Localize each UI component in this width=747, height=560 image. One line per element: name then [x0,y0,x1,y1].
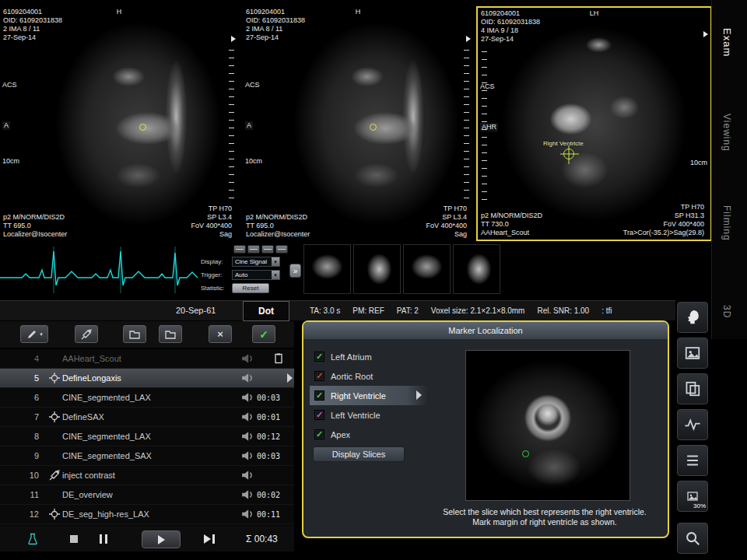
ima-counter: 4 IMA 9 / 18 [481,26,540,35]
step-time: 00:02 [257,491,294,499]
rv-margin-marker-icon [522,450,529,457]
patient-id: 6109204001 [481,9,540,18]
speaker-icon [241,430,257,443]
patient-view-button[interactable] [677,302,708,333]
protocol-row[interactable]: 11 DE_overview 00:02 [0,485,294,505]
step-time: 00:12 [257,432,294,441]
protocol-row[interactable]: 4 AAHeart_Scout [0,349,294,369]
image-gallery-button[interactable] [677,338,708,369]
viewport-sagittal-2[interactable]: 6109204001 OID: 61092031838 2 IMA 8 / 11… [243,6,473,241]
chevron-down-icon[interactable]: ▾ [272,257,279,266]
contrast-syringe-button[interactable] [75,325,98,343]
apply-button[interactable]: ✓ [252,325,275,343]
series-thumbnail[interactable] [353,244,401,294]
define-icon [48,372,62,384]
signal-type-ext-icon[interactable] [275,245,288,254]
skip-button[interactable] [204,534,215,544]
protocol-row[interactable]: 8 CINE_segmented_LAX 00:12 [0,427,294,446]
signal-display-button[interactable] [677,409,708,440]
total-time: Σ 00:43 [246,534,278,544]
stack-arrow-icon[interactable] [466,36,471,42]
stop-button[interactable] [70,535,78,543]
geometry-info: TP H70 SP L3.4 FoV 400*400 Sag [426,205,467,239]
tab-filming[interactable]: Filming [721,205,732,241]
checkbox-checked-icon[interactable]: ✓ [314,429,324,439]
tab-3d[interactable]: 3D [721,305,732,318]
series-thumbnail[interactable] [453,244,500,294]
list-view-button[interactable] [677,445,708,476]
protocol-row[interactable]: 10 inject contrast [0,466,294,485]
pause-button[interactable] [100,534,107,544]
display-slices-button[interactable]: Display Slices [313,446,405,462]
step-number: 4 [0,354,48,363]
protocol-row[interactable]: 9 CINE_segmented_SAX 00:03 [0,446,294,466]
signal-type-ecg-icon[interactable] [233,245,246,254]
clipboard-icon[interactable] [272,352,285,366]
checkbox-checked-icon[interactable]: ✓ [314,390,324,401]
series-thumbnail[interactable] [303,244,351,294]
step-time: 00:01 [257,413,294,422]
protocol-row-selected[interactable]: 5 DefineLongaxis [0,369,294,388]
display-label: Display: [201,258,229,265]
expand-physio-button[interactable]: » [289,264,301,278]
display-signal-select[interactable]: Cine Signal ▾ [232,257,280,267]
physio-controls: Display: Cine Signal ▾ Trigger: Auto ▾ S… [199,244,302,297]
protocol-row[interactable]: 7 DefineSAX 00:01 [0,408,294,427]
reset-button[interactable]: Reset [232,283,269,293]
step-time: 00:03 [257,452,294,460]
series-thumbnail[interactable] [403,244,451,294]
marker-item-left-atrium[interactable]: ✓ Left Atrium [310,347,428,366]
skip-icon [204,534,211,544]
checkbox-checked-icon[interactable]: ✓ [314,352,324,362]
overlay-line: FoV 400*400 [426,222,467,230]
patient-id: 6109204001 [246,8,305,16]
speaker-icon [241,488,257,501]
protocol-row[interactable]: 6 CINE_segmented_LAX 00:03 [0,388,294,408]
marker-item-right-ventricle[interactable]: ✓ Right Ventricle [310,386,428,405]
edit-dropdown-button[interactable]: ▾ [20,325,48,343]
statistic-label: Statistic: [201,285,229,292]
reference-sax-image[interactable] [465,350,630,501]
scale-label: 10cm [2,157,19,166]
marker-item-left-ventricle[interactable]: ✓ Left Ventricle [310,405,428,425]
patient-id: 6109204001 [3,8,62,16]
signal-type-resp-icon[interactable] [261,245,274,254]
sequence-info: p2 M/NORM/DIS2D TT 695.0 Localizer@Isoce… [246,213,310,239]
checkbox-checked-icon[interactable]: ✓ [314,410,324,420]
acquisition-info: TA: 3.0 s PM: REF PAT: 2 Voxel size: 2.1… [310,306,612,315]
viewport-sagittal-1[interactable]: 6109204001 OID: 61092031838 2 IMA 8 / 11… [0,6,238,241]
trigger-mode-select[interactable]: Auto ▾ [232,270,280,280]
voxel-size: Voxel size: 2.1×2.1×8.0mm [431,306,525,315]
viewport-four-chamber-active[interactable]: 6109204001 OID: 61092031838 4 IMA 9 / 18… [476,6,712,241]
sequence-info: p2 M/NORM/DIS2D TT 695.0 Localizer@Isoce… [3,213,67,239]
tab-exam[interactable]: Exam [721,28,733,57]
stack-arrow-icon[interactable] [231,36,236,42]
protocol-row[interactable]: 12 DE_seg_high-res_LAX 00:11 [0,505,294,524]
define-icon [48,508,62,520]
define-icon [48,411,62,423]
signal-type-pulse-icon[interactable] [247,245,260,254]
slice-marker-icon[interactable] [139,124,146,131]
marker-item-aortic-root[interactable]: ✓ Aortic Root [310,366,428,386]
slice-marker-icon[interactable] [370,124,377,131]
paste-step-button[interactable] [159,325,182,343]
checkbox-checked-icon[interactable]: ✓ [314,371,324,381]
crosshair-marker-icon[interactable] [563,149,574,159]
stack-arrow-icon[interactable] [703,31,708,37]
marker-item-apex[interactable]: ✓ Apex [310,425,428,444]
copy-step-button[interactable] [123,325,146,343]
play-button[interactable] [142,530,181,548]
queue-transport-bar: Σ 00:43 [0,527,294,551]
tab-viewing[interactable]: Viewing [721,114,732,152]
contrast-beaker-icon[interactable] [26,533,39,548]
dot-engine-button[interactable]: Dot [243,301,289,321]
list-icon [684,452,701,469]
copy-image-button[interactable] [677,373,708,404]
step-number: 8 [0,432,48,441]
magnifier-button[interactable] [677,523,708,554]
chevron-down-icon[interactable]: ▾ [272,271,279,279]
marker-item-label: Right Ventricle [331,391,386,401]
snr-value: Rel. SNR: 1.00 [537,306,589,315]
cancel-button[interactable]: × [209,325,232,343]
zoom-level-button[interactable]: 30% [677,481,708,512]
